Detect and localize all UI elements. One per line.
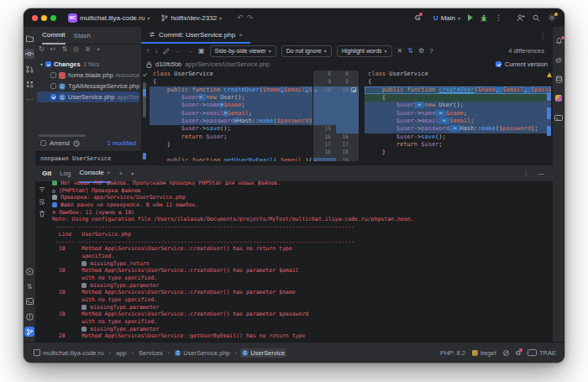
scrollbar-thumb[interactable] <box>143 82 146 118</box>
shelve-icon[interactable]: ⇅ <box>61 45 67 53</box>
run-button[interactable] <box>468 14 473 21</box>
viewer-mode-select[interactable]: Side-by-side viewer▾ <box>210 45 276 57</box>
package-icon[interactable] <box>553 92 564 105</box>
modified-count[interactable]: 1 modified <box>107 139 136 147</box>
close-icon[interactable]: × <box>239 31 243 39</box>
debug-button[interactable] <box>480 14 487 22</box>
preview-diff-icon[interactable]: ◎ <box>73 45 79 53</box>
changes-file-row[interactable]: CUserService.phpapp/Services <box>37 92 139 102</box>
left-error-stripe[interactable] <box>141 71 150 161</box>
prev-diff-icon[interactable]: ↑ <box>146 47 150 55</box>
git-branch-icon[interactable] <box>24 325 35 338</box>
new-tab-plus-icon[interactable]: + <box>119 170 123 177</box>
options-kebab-icon[interactable]: ⋮ <box>522 170 529 177</box>
chevron-down-icon: ▾ <box>40 61 43 67</box>
project-folder-icon[interactable] <box>24 32 35 45</box>
diff-settings-gear-icon[interactable]: ⚙ <box>418 47 424 55</box>
diff-marker-icon[interactable]: » <box>314 157 318 161</box>
changes-file-row[interactable]: home.blade.phpresources/vie <box>37 70 139 81</box>
breadcrumb-item[interactable]: multichat.iliya-code.ru <box>32 348 106 358</box>
commit-icon[interactable] <box>24 47 35 60</box>
rollback-icon[interactable]: ↩ <box>50 45 56 53</box>
collapse-icon[interactable]: ✕ <box>397 47 403 55</box>
sync-scroll-icon[interactable]: ⇅ <box>407 47 413 55</box>
commit-message-input[interactable]: поправил UserService <box>35 151 141 165</box>
update-indicator[interactable]: G <box>516 349 521 357</box>
revision-hash[interactable]: d10fb5bb <box>155 60 181 68</box>
soft-wrap-icon[interactable] <box>39 198 45 205</box>
console-line: Line UserService.php <box>52 231 553 238</box>
no-inspection-icon[interactable] <box>503 350 509 356</box>
clear-trash-icon[interactable] <box>39 210 45 217</box>
tab-commit[interactable]: Commit <box>42 27 66 44</box>
chevron-down-icon[interactable]: ▾ <box>131 170 134 176</box>
diff-pane-right[interactable]: class UserService{ public function creat… <box>360 71 551 161</box>
host-widget[interactable]: beget <box>472 349 496 357</box>
current-version-checkbox[interactable] <box>496 61 501 67</box>
structure-icon[interactable] <box>24 77 35 91</box>
diff-mark <box>547 107 551 119</box>
trae-widget[interactable]: TRAE <box>528 349 556 357</box>
search-everywhere-icon[interactable] <box>533 14 540 22</box>
highlight-select[interactable]: Highlight words▾ <box>337 45 392 57</box>
tab-options-icon[interactable]: ⋮ <box>539 32 553 39</box>
branch-widget[interactable]: hotfix/dev-2332 ▾ <box>161 14 222 22</box>
breadcrumb-item[interactable]: Services <box>137 348 165 358</box>
forward-arrow-icon[interactable]: → <box>186 47 193 55</box>
history-clock-icon[interactable] <box>73 140 80 147</box>
diff-gutter-row <box>313 110 359 118</box>
breadcrumb-item[interactable]: CUserService <box>240 348 286 358</box>
mentions-icon[interactable]: @ <box>553 53 564 66</box>
amend-checkbox[interactable] <box>40 140 46 146</box>
run-icon[interactable] <box>24 264 35 278</box>
more-actions-button[interactable]: ⋮ <box>495 13 502 22</box>
group-by-icon[interactable]: ≋ <box>85 45 91 53</box>
sort-icon[interactable]: ⇅ <box>24 280 35 293</box>
tree-scrollbar[interactable] <box>39 134 86 137</box>
expand-icon[interactable]: × <box>97 45 101 53</box>
notifications-icon[interactable] <box>553 34 564 47</box>
file-checkbox[interactable] <box>50 94 56 100</box>
refresh-icon[interactable]: ↻ <box>39 45 45 53</box>
include-change-checkbox[interactable] <box>351 87 356 92</box>
zoom-window-button[interactable] <box>50 15 56 21</box>
close-window-button[interactable] <box>32 15 38 21</box>
php-version-widget[interactable]: PHP: 8.2 <box>440 349 465 357</box>
console-output[interactable]: Нет новых PHP файлов. Пропускаем проверк… <box>49 180 553 340</box>
problems-icon[interactable] <box>24 310 35 323</box>
changes-file-row[interactable]: CTgAiMessageService.phpapp/ <box>37 81 139 92</box>
run-config-select[interactable]: U Main ▾ <box>433 14 460 22</box>
project-widget[interactable]: MC multichat.iliya-code.ru ▾ <box>68 13 150 23</box>
minimize-window-button[interactable] <box>41 15 47 21</box>
diff-pane-left[interactable]: class UserService{ public function creat… <box>150 71 312 161</box>
code-with-me-button[interactable]: G <box>415 13 421 22</box>
tab-stash[interactable]: Stash <box>74 27 91 44</box>
help-icon[interactable]: ? <box>429 47 433 55</box>
changes-root-checkbox[interactable] <box>45 61 51 67</box>
close-icon[interactable]: × <box>107 169 111 176</box>
file-checkbox[interactable] <box>50 83 56 89</box>
settings-gear-icon[interactable] <box>548 13 556 22</box>
breadcrumb-item[interactable]: CUserService.php <box>173 348 231 358</box>
tab-commit-userservice[interactable]: Commit: UserService.php × <box>141 27 250 44</box>
add-user-button[interactable] <box>517 14 525 22</box>
jump-to-source-icon[interactable]: ▣ <box>198 47 205 55</box>
back-arrow-icon[interactable]: ← <box>175 47 181 55</box>
right-error-stripe[interactable] <box>546 71 553 161</box>
console-line: Нет новых PHP файлов. Пропускаем проверк… <box>52 180 553 187</box>
changes-root-row[interactable]: ▾ Changes 3 files <box>37 59 139 70</box>
redo-button[interactable]: ↷ <box>247 13 254 22</box>
edit-pencil-icon[interactable] <box>163 48 170 55</box>
whitespace-select[interactable]: Do not ignore▾ <box>281 45 332 57</box>
more-icon[interactable]: ⋯ <box>24 92 35 106</box>
breadcrumb-item[interactable]: app <box>114 348 129 358</box>
next-diff-icon[interactable]: ↓ <box>155 47 158 55</box>
card-icon[interactable] <box>553 111 564 124</box>
pull-requests-icon[interactable] <box>24 62 35 76</box>
filter-icon[interactable] <box>39 186 45 193</box>
hide-panel-icon[interactable]: — <box>538 170 544 177</box>
terminal-icon[interactable] <box>24 295 35 308</box>
file-checkbox[interactable] <box>50 72 56 78</box>
database-icon[interactable] <box>553 72 564 86</box>
undo-button[interactable]: ↶ <box>237 13 244 22</box>
